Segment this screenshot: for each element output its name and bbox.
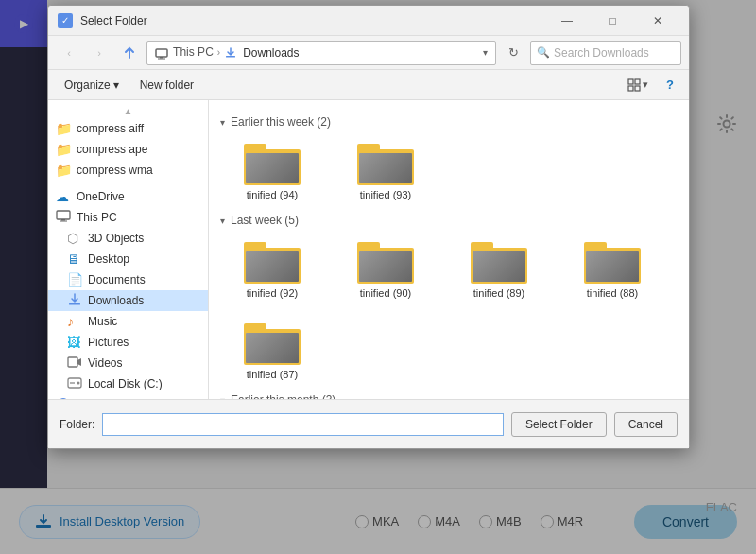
nav-item-desktop[interactable]: 🖥 Desktop	[48, 249, 208, 269]
organize-toolbar: Organize ▾ New folder ▾ ?	[48, 70, 689, 100]
download-icon	[67, 292, 82, 310]
folder-body	[244, 329, 301, 365]
nav-item-this-pc[interactable]: This PC	[48, 207, 208, 228]
new-folder-button[interactable]: New folder	[131, 74, 202, 96]
folder-thumbnail	[584, 238, 641, 284]
main-content-area: ▲ 📁 compress aiff 📁 compress ape 📁 compr…	[48, 100, 689, 399]
close-button[interactable]: ✕	[636, 8, 679, 34]
folder-label: Folder:	[60, 418, 94, 431]
pc-icon	[56, 210, 71, 226]
cube-icon: ⬡	[67, 231, 82, 246]
svg-rect-14	[60, 220, 67, 221]
svg-rect-9	[635, 79, 640, 84]
folder-body	[244, 248, 301, 284]
dialog-title-bar: ✓ Select Folder — □ ✕	[48, 6, 689, 36]
folder-thumbnail	[244, 238, 301, 284]
select-folder-button[interactable]: Select Folder	[511, 412, 607, 437]
folder-preview	[359, 153, 412, 183]
folder-input[interactable]	[102, 413, 504, 436]
nav-item-compress-aiff[interactable]: 📁 compress aiff	[48, 118, 208, 139]
search-placeholder: Search Downloads	[554, 46, 649, 60]
search-icon: 🔍	[537, 46, 550, 59]
view-arrow-icon: ▾	[643, 78, 648, 91]
refresh-button[interactable]: ↻	[500, 41, 526, 65]
nav-item-onedrive[interactable]: ☁ OneDrive	[48, 186, 208, 207]
svg-rect-10	[628, 86, 633, 91]
group-arrow-2: ▾	[220, 216, 225, 226]
disk-icon	[67, 376, 82, 392]
folder-body	[244, 149, 301, 185]
nav-item-documents[interactable]: 📄 Documents	[48, 269, 208, 290]
nav-item-local-disk[interactable]: Local Disk (C:)	[48, 373, 208, 394]
cloud-icon: ☁	[56, 189, 71, 204]
organize-button[interactable]: Organize ▾	[56, 74, 128, 96]
nav-item-videos[interactable]: Videos	[48, 353, 208, 373]
help-button[interactable]: ?	[659, 74, 681, 96]
nav-item-downloads[interactable]: Downloads	[48, 290, 208, 311]
folder-thumbnail	[357, 140, 414, 185]
group-arrow-1: ▾	[220, 117, 225, 128]
video-icon	[67, 355, 82, 372]
minimize-button[interactable]: —	[545, 8, 589, 34]
cancel-button[interactable]: Cancel	[614, 412, 678, 437]
file-item-f87[interactable]: tinified (87)	[220, 314, 324, 386]
file-label: tinified (94)	[247, 189, 298, 200]
svg-rect-15	[69, 303, 80, 305]
file-grid-last-week: tinified (92) tinified (90)	[220, 233, 678, 386]
file-item-f94[interactable]: tinified (94)	[220, 134, 324, 206]
view-button[interactable]: ▾	[621, 74, 655, 96]
path-downloads-icon	[224, 45, 239, 60]
file-item-f93[interactable]: tinified (93)	[334, 134, 438, 206]
svg-rect-12	[57, 211, 70, 219]
svg-rect-8	[628, 79, 633, 84]
svg-rect-6	[158, 58, 165, 59]
folder-icon: 📁	[56, 163, 71, 178]
maximize-button[interactable]: □	[591, 8, 634, 34]
file-grid-earlier-this-week: tinified (94) tinified (93)	[220, 134, 678, 206]
back-button[interactable]: ‹	[56, 42, 82, 64]
monitor-icon: 🖥	[67, 251, 82, 267]
folder-thumbnail	[244, 320, 301, 365]
path-dropdown-arrow[interactable]: ▾	[483, 47, 488, 58]
scroll-up-indicator: ▲	[48, 104, 208, 118]
folder-preview	[246, 251, 299, 282]
group-label-1: Earlier this week (2)	[231, 115, 331, 129]
svg-rect-7	[226, 56, 235, 58]
group-header-last-week: ▾ Last week (5)	[220, 214, 678, 227]
folder-thumbnail	[357, 238, 414, 284]
path-bar[interactable]: This PC › Downloads ▾	[146, 41, 496, 65]
file-item-f88[interactable]: tinified (88)	[560, 233, 664, 304]
title-bar-left: ✓ Select Folder	[58, 13, 147, 28]
svg-rect-13	[61, 219, 65, 221]
file-item-f92[interactable]: tinified (92)	[220, 233, 324, 304]
path-segment-thispc: This PC	[155, 45, 214, 60]
folder-icon: 📁	[56, 121, 71, 136]
up-button[interactable]	[116, 42, 143, 64]
folder-preview	[246, 333, 299, 363]
select-folder-dialog: ✓ Select Folder — □ ✕ ‹ › This PC › Down…	[47, 5, 690, 449]
folder-thumbnail	[471, 238, 527, 284]
pictures-icon: 🖼	[67, 335, 82, 350]
folder-body	[357, 248, 414, 284]
navigation-panel: ▲ 📁 compress aiff 📁 compress ape 📁 compr…	[48, 100, 209, 399]
file-item-f89[interactable]: tinified (89)	[447, 233, 551, 304]
path-current: Downloads	[243, 46, 299, 60]
folder-preview	[472, 251, 525, 282]
nav-item-music[interactable]: ♪ Music	[48, 311, 208, 332]
forward-button[interactable]: ›	[86, 42, 112, 64]
nav-item-pictures[interactable]: 🖼 Pictures	[48, 332, 208, 353]
path-arrow-1: ›	[217, 47, 220, 58]
window-controls: — □ ✕	[545, 8, 679, 34]
file-panel[interactable]: ▾ Earlier this week (2) tinified (94)	[209, 100, 689, 399]
folder-body	[584, 248, 641, 284]
file-label: tinified (88)	[587, 287, 638, 299]
nav-item-3d-objects[interactable]: ⬡ 3D Objects	[48, 228, 208, 249]
folder-thumbnail	[244, 140, 301, 185]
nav-item-compress-wma[interactable]: 📁 compress wma	[48, 160, 208, 181]
search-bar[interactable]: 🔍 Search Downloads	[530, 41, 681, 65]
music-icon: ♪	[67, 314, 82, 329]
nav-item-compress-ape[interactable]: 📁 compress ape	[48, 139, 208, 160]
svg-rect-4	[156, 49, 167, 57]
file-item-f90[interactable]: tinified (90)	[334, 233, 438, 304]
folder-preview	[586, 251, 639, 282]
